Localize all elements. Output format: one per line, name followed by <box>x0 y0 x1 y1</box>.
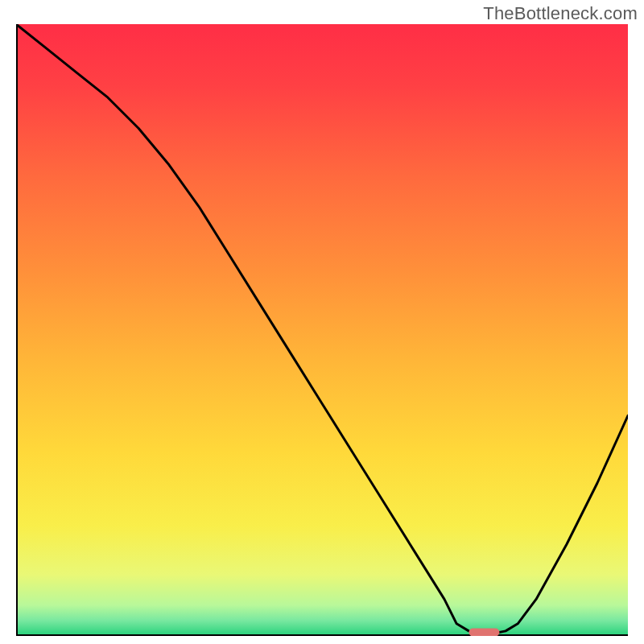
gradient-background <box>16 24 628 636</box>
chart-svg <box>16 24 628 636</box>
plot-area <box>16 24 628 636</box>
watermark-text: TheBottleneck.com <box>483 3 638 24</box>
chart-container: TheBottleneck.com <box>0 0 644 644</box>
optimal-marker <box>469 628 499 636</box>
